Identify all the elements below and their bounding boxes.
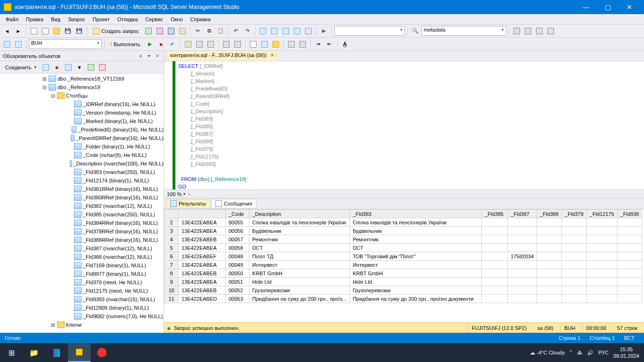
- document-tab[interactable]: контрагенти.sql - F...SU\FJ.BUH (sa (58)…: [166, 51, 277, 61]
- tree-node[interactable]: _Fld388 (nvarchar(12), NULL): [0, 253, 164, 261]
- open-button[interactable]: [51, 26, 62, 36]
- comment-button[interactable]: [286, 39, 297, 49]
- column-header[interactable]: _Fld383: [350, 210, 482, 218]
- table-cell[interactable]: [561, 252, 586, 261]
- table-cell[interactable]: Будівельник: [350, 227, 482, 235]
- table-cell[interactable]: [586, 218, 617, 227]
- table-cell[interactable]: [508, 227, 537, 235]
- tree-node[interactable]: _Code (nchar(9), Не NULL): [0, 151, 164, 159]
- tree-node[interactable]: _Fld9383 (nvarchar(15), NULL): [0, 295, 164, 304]
- table-cell[interactable]: Ремонтник: [350, 235, 482, 244]
- table-cell[interactable]: [617, 269, 642, 278]
- ssms-taskbar-button[interactable]: [68, 343, 91, 362]
- table-cell[interactable]: [482, 235, 508, 244]
- table-cell[interactable]: [561, 261, 586, 269]
- cut-button[interactable]: ✂: [193, 26, 203, 36]
- activity-monitor-button[interactable]: [258, 26, 268, 36]
- table-row[interactable]: 713E422EABEA00049ИнтервестИнтервест: [165, 261, 642, 269]
- menu-проект[interactable]: Проект: [89, 16, 114, 23]
- table-cell[interactable]: 13E422EABEA: [179, 227, 226, 235]
- table-cell[interactable]: Ремонтник: [249, 235, 350, 244]
- table-cell[interactable]: [537, 218, 562, 227]
- tree-node[interactable]: _Fld8977 (binary(1), NULL): [0, 270, 164, 278]
- results-file-button[interactable]: [271, 39, 281, 49]
- table-cell[interactable]: 13E422EABEB: [179, 269, 226, 278]
- table-cell[interactable]: 13E422EABEA: [179, 244, 226, 252]
- table-cell[interactable]: Будівельник: [249, 227, 350, 235]
- table-cell[interactable]: [508, 235, 537, 244]
- change-connection-button[interactable]: [13, 39, 24, 49]
- table-cell[interactable]: [561, 244, 586, 252]
- panel-dropdown-button[interactable]: ▾: [137, 53, 144, 59]
- table-cell[interactable]: [537, 235, 562, 244]
- table-cell[interactable]: [537, 295, 562, 303]
- paste-button[interactable]: 📋: [215, 26, 226, 36]
- table-cell[interactable]: Пілот ТД: [249, 252, 350, 261]
- table-cell[interactable]: 00050: [226, 269, 249, 278]
- column-header[interactable]: _Fld385: [482, 210, 508, 218]
- analysis-query-button[interactable]: [155, 26, 165, 36]
- table-cell[interactable]: 13E422EABEB: [179, 286, 226, 295]
- table-row[interactable]: 913E422EABEA00051Hide LtdHide Ltd: [165, 278, 642, 286]
- tree-node[interactable]: _Version (timestamp, Не NULL): [0, 108, 164, 117]
- maximize-button[interactable]: ▢: [597, 0, 619, 14]
- solution-combo[interactable]: [334, 26, 405, 36]
- table-cell[interactable]: 00048: [226, 252, 249, 261]
- properties-button[interactable]: [303, 26, 314, 36]
- table-cell[interactable]: Придбання на суму до 200 грн., проїзні д…: [350, 295, 482, 303]
- include-stats-button[interactable]: [232, 39, 243, 49]
- table-row[interactable]: 813E422EABEB00050KRBT GmbHKRBT GmbH: [165, 269, 642, 278]
- tree-node[interactable]: _Fld385 (nvarchar(250), NULL): [0, 210, 164, 219]
- results-grid-button[interactable]: [259, 39, 270, 49]
- search-combo[interactable]: metadata: [421, 26, 506, 36]
- table-cell[interactable]: [586, 235, 617, 244]
- tree-node[interactable]: _ParentIDRRef (binary(16), Не NULL): [0, 134, 164, 142]
- new-query-button[interactable]: Создать запрос: [90, 26, 142, 36]
- xmla-query-button[interactable]: [177, 26, 188, 36]
- table-cell[interactable]: 13E422EABEA: [179, 278, 226, 286]
- table-cell[interactable]: 13E422EABEA: [179, 218, 226, 227]
- table-cell[interactable]: [617, 235, 642, 244]
- results-grid[interactable]: _Code_Description_Fld383_Fld385_Fld387_F…: [164, 209, 644, 322]
- db-engine-query-button[interactable]: [143, 26, 154, 36]
- table-cell[interactable]: Hide Ltd: [350, 278, 482, 286]
- tree-node[interactable]: _Fld382 (nvarchar(12), NULL): [0, 202, 164, 210]
- table-row[interactable]: 1013E422EABEB00052ГрузоперевозкиГрузопер…: [165, 286, 642, 295]
- tree-node[interactable]: _Fld12174 (binary(1), NULL): [0, 176, 164, 185]
- table-cell[interactable]: [537, 278, 562, 286]
- tree-node[interactable]: _Folder (binary(1), Не NULL): [0, 142, 164, 151]
- oe-stop-button[interactable]: ■: [52, 62, 62, 73]
- query-options-button[interactable]: [194, 39, 205, 49]
- start-button[interactable]: ⊞: [0, 343, 23, 362]
- menu-файл[interactable]: Файл: [2, 16, 22, 23]
- tray-volume-icon[interactable]: 🔊: [587, 350, 594, 356]
- oe-connect-button[interactable]: Соединить▾: [2, 62, 40, 73]
- find-button[interactable]: 🔍: [410, 26, 421, 36]
- table-cell[interactable]: 00057: [226, 235, 249, 244]
- table-row[interactable]: 313E422EABEA00056БудівельникБудівельник: [165, 227, 642, 235]
- oe-script-button[interactable]: [97, 62, 107, 73]
- registered-servers-button[interactable]: [269, 26, 280, 36]
- table-cell[interactable]: [617, 261, 642, 269]
- column-header[interactable]: [179, 210, 226, 218]
- explorer-taskbar-button[interactable]: 📁: [23, 343, 45, 362]
- tb-extra-3[interactable]: [534, 26, 545, 36]
- table-cell[interactable]: [561, 286, 586, 295]
- cancel-exec-button[interactable]: ■: [156, 39, 166, 49]
- tree-node[interactable]: _Fld9682 (numeric(7,0), Не NULL): [0, 312, 164, 321]
- column-header[interactable]: _Fld938: [617, 210, 642, 218]
- nav-fwd-button[interactable]: ►: [13, 26, 24, 36]
- table-cell[interactable]: Интервест: [350, 261, 482, 269]
- column-header[interactable]: _Fld12175: [586, 210, 617, 218]
- minimize-button[interactable]: —: [575, 0, 597, 14]
- tree-node[interactable]: _Fld12909 (binary(1), NULL): [0, 304, 164, 312]
- table-cell[interactable]: [586, 244, 617, 252]
- table-cell[interactable]: ТОВ "Торговий дім "Пілот": [350, 252, 482, 261]
- table-cell[interactable]: 00049: [226, 261, 249, 269]
- table-cell[interactable]: [561, 235, 586, 244]
- table-cell[interactable]: Hide Ltd: [249, 278, 350, 286]
- debug-button[interactable]: ▶: [145, 39, 155, 49]
- table-row[interactable]: 513E422EABEA00058DCTDCT: [165, 244, 642, 252]
- undo-button[interactable]: ↶: [231, 26, 241, 36]
- table-cell[interactable]: [482, 252, 508, 261]
